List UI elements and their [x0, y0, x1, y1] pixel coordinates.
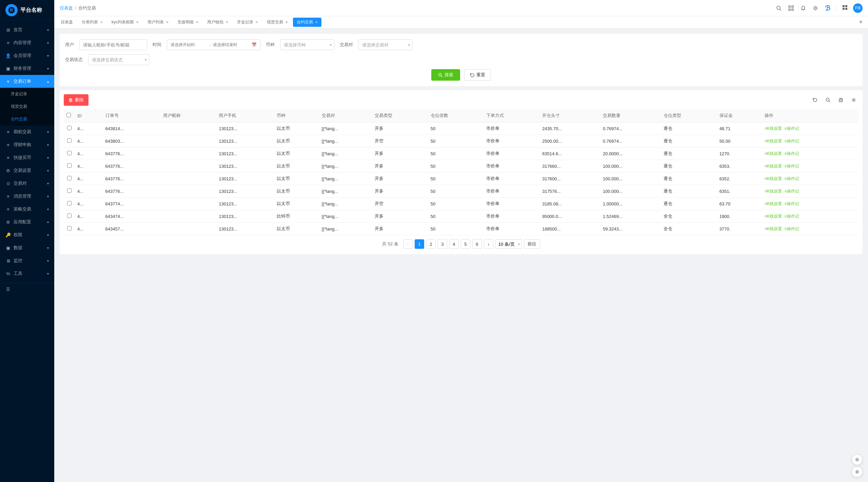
- time-end-input[interactable]: [213, 42, 250, 47]
- bell-icon[interactable]: [800, 5, 807, 12]
- bottom-settings-icon-1[interactable]: [852, 454, 863, 465]
- ops-action-0[interactable]: ≡操作记: [785, 126, 799, 131]
- sidebar-item-message[interactable]: ≡ 消息管理 ▾: [0, 190, 54, 203]
- pair-filter-select[interactable]: 请选择交易对: [358, 39, 413, 50]
- tab-user-list[interactable]: 用户列表 ✕: [144, 18, 172, 27]
- kline-action-3[interactable]: ≡K线设置: [765, 164, 782, 168]
- sidebar-item-contract-trading[interactable]: 合约交易: [0, 113, 54, 125]
- tab-dashboard[interactable]: 仪表盘: [57, 18, 77, 27]
- tab-wallet[interactable]: 用户钱包 ✕: [203, 18, 232, 27]
- refresh-icon[interactable]: [810, 95, 820, 105]
- row-checkbox-6[interactable]: [67, 201, 72, 205]
- tab-recharge[interactable]: 充值明细 ✕: [174, 18, 202, 27]
- ops-action-1[interactable]: ≡操作记: [785, 139, 799, 143]
- select-all-checkbox[interactable]: [66, 113, 71, 117]
- reset-button[interactable]: 重置: [464, 69, 491, 81]
- avatar[interactable]: Fifi: [853, 3, 863, 13]
- tab-recharge-close-icon[interactable]: ✕: [196, 20, 198, 24]
- bottom-settings-icon-2[interactable]: [852, 466, 863, 477]
- status-filter-select[interactable]: 请选择交易状态: [88, 54, 149, 65]
- tab-contract[interactable]: 合约交易 ✕: [293, 18, 321, 27]
- search-button[interactable]: 搜索: [431, 69, 460, 81]
- tab-user-list-close-icon[interactable]: ✕: [166, 20, 169, 24]
- sidebar-collapse[interactable]: ☰: [0, 283, 54, 295]
- brand-icon[interactable]: ℬ: [824, 5, 831, 12]
- sidebar-item-finance-apply[interactable]: ≡ 理财申购 ▾: [0, 138, 54, 151]
- sidebar-item-app-config[interactable]: ⚙ 应用配置 ▾: [0, 216, 54, 228]
- tab-category-close-icon[interactable]: ✕: [100, 20, 103, 24]
- kline-action-0[interactable]: ≡K线设置: [765, 126, 782, 131]
- tab-kyc[interactable]: kyc列表权限 ✕: [108, 18, 142, 27]
- goto-btn[interactable]: 前往: [524, 239, 540, 249]
- sidebar-item-strategy[interactable]: ≡ 策略交易 ▾: [0, 203, 54, 216]
- grid-apps-icon[interactable]: [842, 5, 848, 11]
- ops-action-5[interactable]: ≡操作记: [785, 189, 799, 194]
- next-page-btn[interactable]: ›: [484, 239, 493, 249]
- row-checkbox-8[interactable]: [67, 226, 72, 230]
- kline-action-7[interactable]: ≡K线设置: [765, 214, 782, 219]
- tab-contract-close-icon[interactable]: ✕: [315, 20, 318, 24]
- sidebar-item-quick-buy[interactable]: ≡ 快捷买币 ▾: [0, 151, 54, 164]
- tab-spot-close-icon[interactable]: ✕: [285, 20, 288, 24]
- tab-open-box[interactable]: 开盒记录 ✕: [233, 18, 262, 27]
- tab-wallet-close-icon[interactable]: ✕: [225, 20, 228, 24]
- row-checkbox-4[interactable]: [67, 176, 72, 180]
- ops-action-4[interactable]: ≡操作记: [785, 176, 799, 181]
- page-size-select[interactable]: 10 条/页 20 条/页 50 条/页: [495, 239, 522, 249]
- breadcrumb-home[interactable]: 仪表盘: [60, 5, 73, 11]
- delete-button[interactable]: 删除: [64, 94, 88, 106]
- ops-action-6[interactable]: ≡操作记: [785, 201, 799, 206]
- sidebar-item-home[interactable]: ⊞ 首页 ▾: [0, 23, 54, 36]
- page-btn-2[interactable]: 2: [426, 239, 436, 249]
- page-btn-1[interactable]: 1: [415, 239, 424, 249]
- sidebar-item-content[interactable]: ≡ 内容管理 ▾: [0, 36, 54, 49]
- settings-icon[interactable]: [812, 5, 819, 12]
- tab-open-box-close-icon[interactable]: ✕: [255, 20, 258, 24]
- sidebar-item-trading-orders[interactable]: ≡ 交易订单 ▴: [0, 75, 54, 88]
- tab-kyc-close-icon[interactable]: ✕: [136, 20, 139, 24]
- coin-filter-select[interactable]: 请选择币种: [280, 39, 334, 50]
- kline-action-5[interactable]: ≡K线设置: [765, 189, 782, 194]
- page-btn-6[interactable]: 6: [472, 239, 482, 249]
- prev-page-btn[interactable]: ‹: [403, 239, 413, 249]
- user-filter-input[interactable]: [79, 39, 147, 50]
- tab-category[interactable]: 分类列表 ✕: [78, 18, 106, 27]
- kline-action-2[interactable]: ≡K线设置: [765, 151, 782, 156]
- search-table-icon[interactable]: [823, 95, 833, 105]
- tab-spot[interactable]: 现货交易 ✕: [263, 18, 292, 27]
- fullscreen-icon[interactable]: [788, 5, 794, 12]
- sidebar-item-trade-settings[interactable]: ⚙ 交易设置 ▾: [0, 164, 54, 177]
- print-icon[interactable]: [836, 95, 846, 105]
- sidebar-item-permissions[interactable]: 🔑 权限 ▾: [0, 228, 54, 241]
- page-btn-5[interactable]: 5: [461, 239, 470, 249]
- row-checkbox-3[interactable]: [67, 163, 72, 168]
- kline-action-1[interactable]: ≡K线设置: [765, 139, 782, 143]
- ops-action-7[interactable]: ≡操作记: [785, 214, 799, 219]
- kline-action-6[interactable]: ≡K线设置: [765, 201, 782, 206]
- row-checkbox-5[interactable]: [67, 188, 72, 193]
- sidebar-item-period[interactable]: ≡ 期权交易 ▾: [0, 125, 54, 138]
- sidebar-item-spot-trading[interactable]: 现货交易: [0, 100, 54, 113]
- sidebar-item-member[interactable]: 👤 会员管理 ▾: [0, 49, 54, 62]
- sidebar-item-open-record[interactable]: 开盒记录: [0, 88, 54, 100]
- page-btn-3[interactable]: 3: [438, 239, 447, 249]
- sidebar-item-finance[interactable]: ▣ 财务管理 ▾: [0, 62, 54, 75]
- ops-action-8[interactable]: ≡操作记: [785, 226, 799, 231]
- sidebar-item-monitor[interactable]: 🖥 监控 ▾: [0, 254, 54, 267]
- row-checkbox-7[interactable]: [67, 214, 72, 218]
- column-settings-icon[interactable]: [849, 95, 859, 105]
- search-icon[interactable]: [775, 5, 782, 12]
- kline-action-4[interactable]: ≡K线设置: [765, 176, 782, 181]
- page-btn-4[interactable]: 4: [449, 239, 459, 249]
- sidebar-item-trade-pair[interactable]: ⊙ 交易对 ▾: [0, 177, 54, 190]
- row-checkbox-1[interactable]: [67, 138, 72, 143]
- time-start-input[interactable]: [171, 42, 208, 47]
- ops-action-2[interactable]: ≡操作记: [785, 151, 799, 156]
- sidebar-item-data[interactable]: ▣ 数据 ▾: [0, 241, 54, 254]
- row-checkbox-2[interactable]: [67, 151, 72, 155]
- kline-action-8[interactable]: ≡K线设置: [765, 226, 782, 231]
- row-checkbox-0[interactable]: [67, 126, 72, 130]
- tab-add-icon[interactable]: +: [856, 19, 865, 26]
- sidebar-item-tools[interactable]: % 工具 ▾: [0, 267, 54, 280]
- ops-action-3[interactable]: ≡操作记: [785, 164, 799, 168]
